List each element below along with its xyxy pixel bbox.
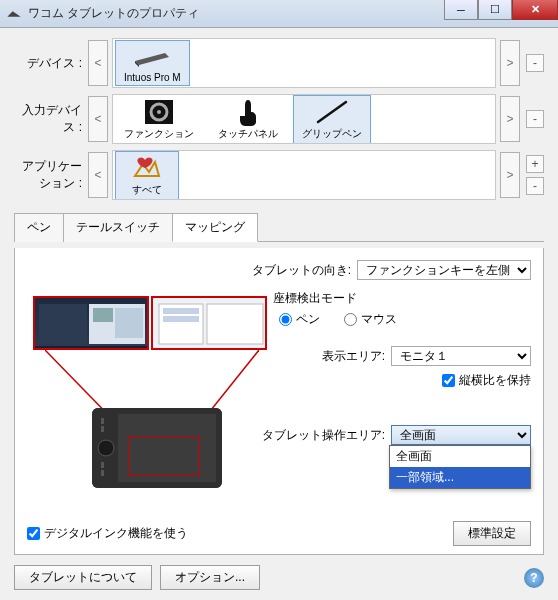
device-row: デバイス : < Intuos Pro M > - (14, 38, 544, 88)
svg-line-3 (318, 102, 346, 122)
options-button[interactable]: オプション... (160, 565, 260, 590)
device-prev-button[interactable]: < (88, 40, 108, 86)
device-strip: Intuos Pro M (112, 38, 496, 88)
titlebar: ワコム タブレットのプロパティ ─ ☐ ✕ (0, 0, 558, 28)
input-item-grip-pen[interactable]: グリップペン (293, 95, 371, 144)
app-next-button[interactable]: > (500, 152, 520, 198)
option-label: 全画面 (396, 449, 432, 463)
app-row: アプリケーション : < すべて > + - (14, 150, 544, 200)
aspect-label: 縦横比を保持 (459, 372, 531, 389)
dropdown-option-full[interactable]: 全画面 (390, 446, 530, 467)
mode-mouse-radio[interactable]: マウス (344, 311, 397, 328)
svg-rect-20 (101, 462, 104, 468)
input-prev-button[interactable]: < (88, 96, 108, 142)
digital-ink-input[interactable] (27, 527, 40, 540)
mode-option-label: ペン (296, 311, 320, 328)
all-apps-icon (124, 154, 170, 182)
app-prev-button[interactable]: < (88, 152, 108, 198)
button-label: 標準設定 (468, 526, 516, 540)
input-item-label: グリップペン (302, 127, 362, 141)
tablet-area-label: タブレット操作エリア: (262, 427, 385, 444)
device-item-label: Intuos Pro M (124, 72, 181, 83)
pen-icon (309, 98, 355, 126)
svg-rect-11 (207, 304, 263, 344)
input-row: 入力デバイス : < ファンクション タッチパネル (14, 94, 544, 144)
svg-rect-4 (39, 304, 87, 344)
tablet-preview (92, 408, 222, 488)
tab-label: テールスイッチ (76, 220, 160, 234)
app-strip: すべて (112, 150, 496, 200)
orientation-row: タブレットの向き: ファンクションキーを左側 (27, 260, 531, 280)
window: ワコム タブレットのプロパティ ─ ☐ ✕ デバイス : < Intuos Pr… (0, 0, 558, 600)
bottom-bar: タブレットについて オプション... ? (0, 561, 558, 600)
tab-tail-switch[interactable]: テールスイッチ (63, 213, 173, 242)
tab-label: ペン (27, 220, 51, 234)
mapping-preview (33, 296, 281, 488)
mode-pen-radio[interactable]: ペン (279, 311, 320, 328)
svg-rect-6 (93, 308, 113, 322)
help-icon[interactable]: ? (524, 568, 544, 588)
tab-bar: ペン テールスイッチ マッピング (14, 212, 544, 242)
input-next-button[interactable]: > (500, 96, 520, 142)
mode-fieldset: 座標検出モード ペン マウス (279, 290, 531, 328)
device-next-button[interactable]: > (500, 40, 520, 86)
monitor-1-preview (33, 296, 149, 350)
option-label: 一部領域... (396, 470, 454, 484)
maximize-button[interactable]: ☐ (478, 0, 512, 20)
input-remove-button[interactable]: - (526, 110, 544, 128)
display-area-label: 表示エリア: (322, 348, 385, 365)
window-buttons: ─ ☐ ✕ (444, 0, 558, 20)
panel-footer: デジタルインク機能を使う 標準設定 (27, 521, 531, 546)
digital-ink-check[interactable]: デジタルインク機能を使う (27, 525, 188, 542)
orientation-select[interactable]: ファンクションキーを左側 (357, 260, 531, 280)
input-strip: ファンクション タッチパネル グリップペン (112, 94, 496, 144)
close-button[interactable]: ✕ (512, 0, 558, 20)
input-item-function[interactable]: ファンクション (115, 95, 203, 144)
orientation-label: タブレットの向き: (252, 262, 351, 279)
mode-mouse-input[interactable] (344, 313, 357, 326)
svg-rect-8 (35, 346, 149, 350)
content: デバイス : < Intuos Pro M > - 入力デバイス : < (0, 28, 558, 561)
svg-rect-18 (101, 418, 104, 424)
monitor-2-preview (151, 296, 267, 350)
svg-rect-7 (115, 308, 143, 338)
touch-icon (225, 98, 271, 126)
tablet-icon (129, 43, 175, 71)
svg-point-2 (157, 110, 161, 114)
svg-rect-12 (163, 308, 199, 314)
input-item-label: ファンクション (124, 127, 194, 141)
tablet-area-select[interactable]: 全画面 (391, 425, 531, 445)
button-label: オプション... (175, 570, 245, 584)
mode-legend: 座標検出モード (273, 290, 531, 307)
tab-pen[interactable]: ペン (14, 213, 64, 242)
button-label: タブレットについて (29, 570, 137, 584)
aspect-check[interactable]: 縦横比を保持 (442, 372, 531, 389)
input-label: 入力デバイス : (14, 102, 82, 136)
defaults-button[interactable]: 標準設定 (453, 521, 531, 546)
tab-label: マッピング (185, 220, 245, 234)
tab-panel-mapping: タブレットの向き: ファンクションキーを左側 座標検出モード ペン マウス (14, 248, 544, 555)
aspect-input[interactable] (442, 374, 455, 387)
device-label: デバイス : (14, 55, 82, 72)
app-icon (6, 8, 22, 20)
mode-option-label: マウス (361, 311, 397, 328)
about-button[interactable]: タブレットについて (14, 565, 152, 590)
app-item-label: すべて (132, 183, 162, 197)
svg-rect-21 (101, 470, 104, 476)
function-icon (136, 98, 182, 126)
input-item-touch[interactable]: タッチパネル (209, 95, 287, 144)
digital-ink-label: デジタルインク機能を使う (44, 525, 188, 542)
svg-rect-13 (163, 316, 199, 322)
app-add-button[interactable]: + (526, 155, 544, 173)
device-item-intuos[interactable]: Intuos Pro M (115, 40, 190, 86)
app-remove-button[interactable]: - (526, 177, 544, 195)
app-label: アプリケーション : (14, 158, 82, 192)
device-remove-button[interactable]: - (526, 54, 544, 72)
dropdown-option-portion[interactable]: 一部領域... (390, 467, 530, 488)
tablet-area-dropdown: 全画面 一部領域... (389, 445, 531, 489)
input-item-label: タッチパネル (218, 127, 278, 141)
app-item-all[interactable]: すべて (115, 151, 179, 200)
tab-mapping[interactable]: マッピング (172, 213, 258, 242)
minimize-button[interactable]: ─ (444, 0, 478, 20)
display-area-select[interactable]: モニタ１ (391, 346, 531, 366)
